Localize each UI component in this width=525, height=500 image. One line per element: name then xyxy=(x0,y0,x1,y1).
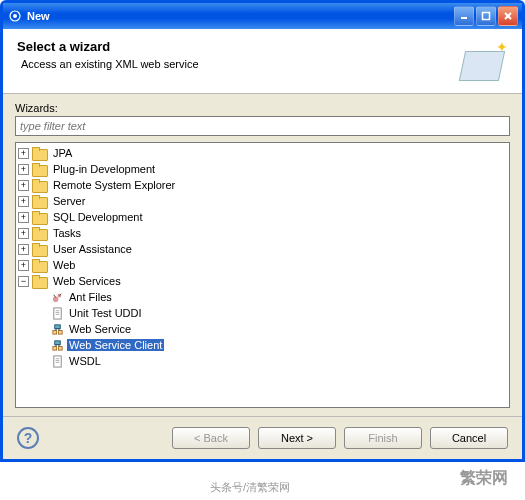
tree-folder-open[interactable]: −Web Services xyxy=(18,273,507,289)
watermark-site: 繁荣网 xyxy=(460,468,508,489)
folder-icon xyxy=(32,163,48,176)
tree-label: JPA xyxy=(51,147,74,159)
tree-label: Tasks xyxy=(51,227,83,239)
tree-label: User Assistance xyxy=(51,243,134,255)
expand-icon[interactable]: + xyxy=(18,228,29,239)
tree-folder[interactable]: +JPA xyxy=(18,145,507,161)
doc-icon xyxy=(50,306,64,320)
tree-folder[interactable]: +Tasks xyxy=(18,225,507,241)
tree-folder[interactable]: +Server xyxy=(18,193,507,209)
svg-rect-3 xyxy=(483,13,490,20)
tree-label: Server xyxy=(51,195,87,207)
folder-icon xyxy=(32,259,48,272)
tree-label: Ant Files xyxy=(67,291,114,303)
folder-icon xyxy=(32,227,48,240)
window-title: New xyxy=(27,10,454,22)
cancel-button[interactable]: Cancel xyxy=(430,427,508,449)
close-button[interactable] xyxy=(498,6,518,26)
app-icon xyxy=(7,8,23,24)
tree-label: Web Service xyxy=(67,323,133,335)
tree-item[interactable]: Web Service xyxy=(18,321,507,337)
folder-icon xyxy=(32,195,48,208)
wizard-icon: ✦ xyxy=(448,39,508,83)
ant-icon xyxy=(50,290,64,304)
minimize-button[interactable] xyxy=(454,6,474,26)
folder-icon xyxy=(32,211,48,224)
back-button[interactable]: < Back xyxy=(172,427,250,449)
svg-rect-16 xyxy=(58,330,62,334)
expand-icon[interactable]: + xyxy=(18,244,29,255)
folder-icon xyxy=(32,147,48,160)
button-bar: ? < Back Next > Finish Cancel xyxy=(3,416,522,459)
svg-rect-14 xyxy=(54,324,60,328)
folder-icon xyxy=(32,179,48,192)
banner: Select a wizard Access an existing XML w… xyxy=(3,29,522,94)
expand-icon[interactable]: + xyxy=(18,180,29,191)
svg-rect-10 xyxy=(53,307,60,318)
svg-point-1 xyxy=(13,14,17,18)
tree-item[interactable]: Unit Test UDDI xyxy=(18,305,507,321)
next-button[interactable]: Next > xyxy=(258,427,336,449)
tree-label: Web xyxy=(51,259,77,271)
dialog-window: New Select a wizard Access an existing X… xyxy=(0,0,525,462)
ws-icon xyxy=(50,322,64,336)
wizard-tree[interactable]: +JPA+Plug-in Development+Remote System E… xyxy=(15,142,510,408)
svg-rect-24 xyxy=(53,355,60,366)
expand-icon[interactable]: + xyxy=(18,260,29,271)
filter-input[interactable] xyxy=(15,116,510,136)
tree-item[interactable]: WSDL xyxy=(18,353,507,369)
tree-label: Remote System Explorer xyxy=(51,179,177,191)
tree-label: Web Services xyxy=(51,275,123,287)
help-button[interactable]: ? xyxy=(17,427,39,449)
expand-icon[interactable]: + xyxy=(18,212,29,223)
folder-icon xyxy=(32,243,48,256)
tree-folder[interactable]: +Web xyxy=(18,257,507,273)
svg-rect-20 xyxy=(52,346,56,350)
folder-icon xyxy=(32,275,48,288)
tree-folder[interactable]: +Remote System Explorer xyxy=(18,177,507,193)
tree-label: Plug-in Development xyxy=(51,163,157,175)
ws-icon xyxy=(50,338,64,352)
tree-label: SQL Development xyxy=(51,211,144,223)
collapse-icon[interactable]: − xyxy=(18,276,29,287)
maximize-button[interactable] xyxy=(476,6,496,26)
banner-subtitle: Access an existing XML web service xyxy=(21,58,448,70)
wizards-label: Wizards: xyxy=(15,102,510,114)
tree-folder[interactable]: +User Assistance xyxy=(18,241,507,257)
titlebar[interactable]: New xyxy=(3,3,522,29)
svg-rect-15 xyxy=(52,330,56,334)
tree-item[interactable]: Web Service Client xyxy=(18,337,507,353)
tree-folder[interactable]: +SQL Development xyxy=(18,209,507,225)
expand-icon[interactable]: + xyxy=(18,196,29,207)
tree-label: Unit Test UDDI xyxy=(67,307,144,319)
tree-folder[interactable]: +Plug-in Development xyxy=(18,161,507,177)
content-area: Wizards: +JPA+Plug-in Development+Remote… xyxy=(3,94,522,416)
svg-rect-21 xyxy=(58,346,62,350)
svg-rect-19 xyxy=(54,340,60,344)
tree-label: Web Service Client xyxy=(67,339,164,351)
tree-item[interactable]: Ant Files xyxy=(18,289,507,305)
doc-icon xyxy=(50,354,64,368)
expand-icon[interactable]: + xyxy=(18,148,29,159)
expand-icon[interactable]: + xyxy=(18,164,29,175)
banner-title: Select a wizard xyxy=(17,39,448,54)
finish-button[interactable]: Finish xyxy=(344,427,422,449)
watermark-attribution: 头条号/清繁荣网 xyxy=(210,480,290,495)
tree-label: WSDL xyxy=(67,355,103,367)
